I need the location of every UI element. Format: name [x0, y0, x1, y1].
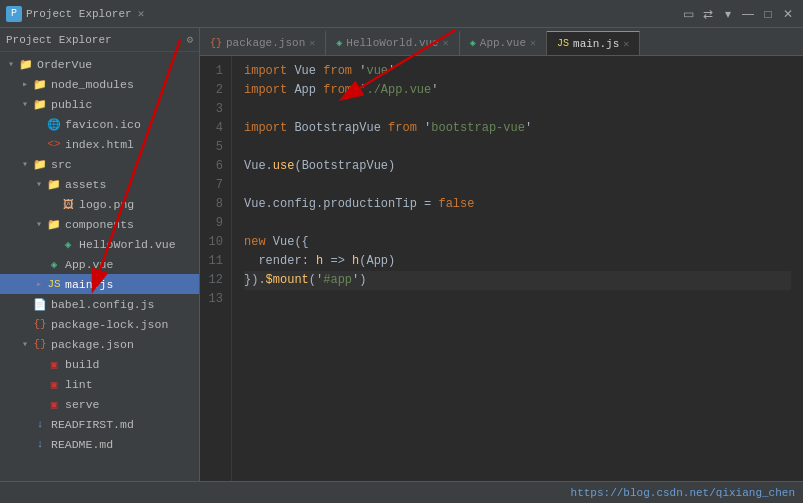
tree-item-14[interactable]: ▾ {} package.json	[0, 334, 199, 354]
tree-item-15[interactable]: ▸ ▣ build	[0, 354, 199, 374]
code-area[interactable]: import Vue from 'vue'import App from './…	[232, 56, 803, 481]
tree-label-10: App.vue	[65, 258, 113, 271]
minimize-button[interactable]: ▭	[679, 5, 697, 23]
tree-item-17[interactable]: ▸ ▣ serve	[0, 394, 199, 414]
tree-icon-4: <>	[46, 136, 62, 152]
tab-close-app-vue[interactable]: ✕	[530, 37, 536, 49]
tree-icon-12: 📄	[32, 296, 48, 312]
title-bar-actions: ▭ ⇄ ▾ — □ ✕	[679, 5, 797, 23]
sidebar-header: Project Explorer ⚙	[0, 28, 199, 52]
tree-arrow-8: ▾	[32, 217, 46, 231]
tree-arrow-2: ▾	[18, 97, 32, 111]
tree-arrow-14: ▾	[18, 337, 32, 351]
tree-icon-16: ▣	[46, 376, 62, 392]
main-container: Project Explorer ⚙ ▾ 📁 OrderVue ▸ 📁 node…	[0, 28, 803, 481]
tree-icon-13: {}	[32, 316, 48, 332]
tree-icon-2: 📁	[32, 96, 48, 112]
code-line-3	[244, 100, 791, 119]
sync-button[interactable]: ⇄	[699, 5, 717, 23]
dropdown-button[interactable]: ▾	[719, 5, 737, 23]
code-line-12: }).$mount('#app')	[244, 271, 791, 290]
code-line-6: Vue.use(BootstrapVue)	[244, 157, 791, 176]
tree-icon-15: ▣	[46, 356, 62, 372]
tree-label-17: serve	[65, 398, 100, 411]
tree-label-3: favicon.ico	[65, 118, 141, 131]
tab-app-vue[interactable]: ◈App.vue✕	[460, 31, 547, 55]
tree-item-11[interactable]: ▸ JS main.js	[0, 274, 199, 294]
tree-label-8: components	[65, 218, 134, 231]
tree-item-9[interactable]: ▸ ◈ HelloWorld.vue	[0, 234, 199, 254]
code-line-11: render: h => h(App)	[244, 252, 791, 271]
tree-icon-7: 🖼	[60, 196, 76, 212]
tree-item-10[interactable]: ▸ ◈ App.vue	[0, 254, 199, 274]
tab-icon-app-vue: ◈	[470, 37, 476, 49]
tree-icon-11: JS	[46, 276, 62, 292]
tree-item-1[interactable]: ▸ 📁 node_modules	[0, 74, 199, 94]
tab-label-main-js: main.js	[573, 38, 619, 50]
tree-icon-1: 📁	[32, 76, 48, 92]
title-bar: P Project Explorer ✕ ▭ ⇄ ▾ — □ ✕	[0, 0, 803, 28]
line-number-12: 12	[206, 271, 223, 290]
tree-item-2[interactable]: ▾ 📁 public	[0, 94, 199, 114]
tab-close-main-js[interactable]: ✕	[623, 38, 629, 50]
line-number-13: 13	[206, 290, 223, 309]
tree-item-3[interactable]: ▸ 🌐 favicon.ico	[0, 114, 199, 134]
code-line-8: Vue.config.productionTip = false	[244, 195, 791, 214]
sidebar-title: Project Explorer	[6, 34, 183, 46]
tree-item-6[interactable]: ▾ 📁 assets	[0, 174, 199, 194]
tree-item-18[interactable]: ▸ ↓ READFIRST.md	[0, 414, 199, 434]
tree-item-5[interactable]: ▾ 📁 src	[0, 154, 199, 174]
tree-icon-8: 📁	[46, 216, 62, 232]
line-number-7: 7	[206, 176, 223, 195]
line-number-8: 8	[206, 195, 223, 214]
tree-label-9: HelloWorld.vue	[79, 238, 176, 251]
status-bar: https://blog.csdn.net/qixiang_chen	[0, 481, 803, 503]
tab-bar: {}package.json✕◈HelloWorld.vue✕◈App.vue✕…	[200, 28, 803, 56]
tree-item-19[interactable]: ▸ ↓ README.md	[0, 434, 199, 454]
tree-item-4[interactable]: ▸ <> index.html	[0, 134, 199, 154]
tree-icon-14: {}	[32, 336, 48, 352]
line-number-5: 5	[206, 138, 223, 157]
tree-label-14: package.json	[51, 338, 134, 351]
tab-main-js[interactable]: JSmain.js✕	[547, 31, 640, 55]
tree-label-4: index.html	[65, 138, 134, 151]
tree-item-16[interactable]: ▸ ▣ lint	[0, 374, 199, 394]
close-window-button[interactable]: ✕	[779, 5, 797, 23]
line-number-6: 6	[206, 157, 223, 176]
tab-label-helloworld-vue: HelloWorld.vue	[346, 37, 438, 49]
code-line-10: new Vue({	[244, 233, 791, 252]
line-number-10: 10	[206, 233, 223, 252]
tree-label-0: OrderVue	[37, 58, 92, 71]
tree-arrow-0: ▾	[4, 57, 18, 71]
line-number-11: 11	[206, 252, 223, 271]
tree-item-8[interactable]: ▾ 📁 components	[0, 214, 199, 234]
code-line-7	[244, 176, 791, 195]
tab-icon-main-js: JS	[557, 38, 569, 49]
tree-icon-9: ◈	[60, 236, 76, 252]
code-line-2: import App from './App.vue'	[244, 81, 791, 100]
tree-label-1: node_modules	[51, 78, 134, 91]
tree-item-7[interactable]: ▸ 🖼 logo.png	[0, 194, 199, 214]
project-explorer-icon: P	[6, 6, 22, 22]
sidebar-settings-icon[interactable]: ⚙	[186, 33, 193, 46]
title-bar-close-icon[interactable]: ✕	[138, 7, 145, 20]
tree-item-12[interactable]: ▸ 📄 babel.config.js	[0, 294, 199, 314]
tree-item-13[interactable]: ▸ {} package-lock.json	[0, 314, 199, 334]
dash-button[interactable]: —	[739, 5, 757, 23]
tree-label-16: lint	[65, 378, 93, 391]
tree-label-7: logo.png	[79, 198, 134, 211]
tree-item-0[interactable]: ▾ 📁 OrderVue	[0, 54, 199, 74]
tab-helloworld-vue[interactable]: ◈HelloWorld.vue✕	[326, 31, 459, 55]
tree-icon-3: 🌐	[46, 116, 62, 132]
tab-package-json[interactable]: {}package.json✕	[200, 31, 326, 55]
maximize-button[interactable]: □	[759, 5, 777, 23]
tab-close-helloworld-vue[interactable]: ✕	[443, 37, 449, 49]
tab-close-package-json[interactable]: ✕	[309, 37, 315, 49]
tab-icon-package-json: {}	[210, 38, 222, 49]
tree-label-13: package-lock.json	[51, 318, 168, 331]
editor-panel: {}package.json✕◈HelloWorld.vue✕◈App.vue✕…	[200, 28, 803, 481]
tree-label-11: main.js	[65, 278, 113, 291]
tab-label-app-vue: App.vue	[480, 37, 526, 49]
editor-content: 12345678910111213 import Vue from 'vue'i…	[200, 56, 803, 481]
tree-icon-19: ↓	[32, 436, 48, 452]
